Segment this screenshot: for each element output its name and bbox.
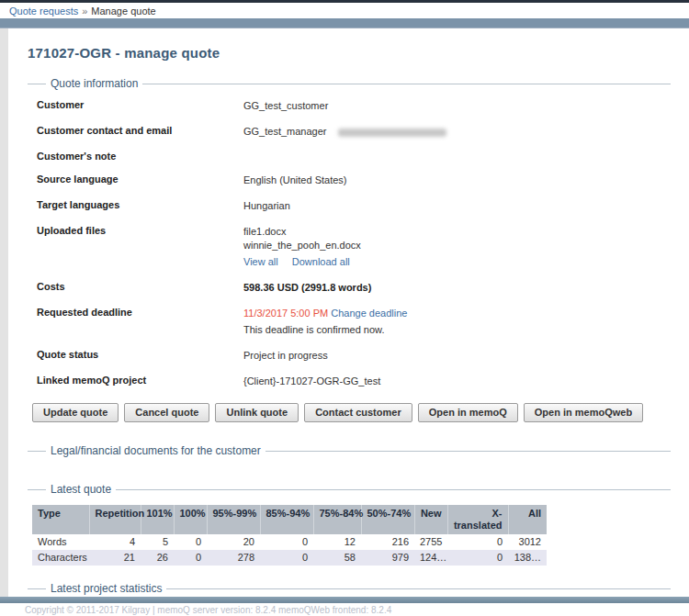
field-source-language-value: English (United States) bbox=[243, 174, 347, 187]
breadcrumb-separator: » bbox=[82, 6, 87, 17]
left-gutter bbox=[0, 28, 8, 597]
quote-actions: Update quote Cancel quote Unlink quote C… bbox=[32, 403, 671, 422]
main-area: 171027-OGR - manage quote Quote informat… bbox=[0, 28, 689, 597]
field-requested-deadline-label: Requested deadline bbox=[37, 307, 243, 337]
table-header-cell: All bbox=[508, 505, 547, 534]
breadcrumb: Quote requests » Manage quote bbox=[0, 3, 689, 18]
table-header-cell: Type bbox=[32, 505, 89, 534]
field-linked-project: Linked memoQ project {Client}-171027-OGR… bbox=[37, 375, 671, 388]
section-legal-documents: Legal/financial documents for the custom… bbox=[28, 444, 671, 457]
open-in-memoqweb-button[interactable]: Open in memoQweb bbox=[524, 403, 643, 422]
section-latest-project-statistics: Latest project statistics bbox=[28, 582, 671, 595]
header-accent-bar bbox=[0, 18, 689, 28]
field-source-language: Source language English (United States) bbox=[37, 174, 671, 187]
field-costs-value: 598.36 USD (2991.8 words) bbox=[243, 281, 371, 295]
table-header-cell: 100% bbox=[174, 505, 207, 534]
table-cell: Words bbox=[32, 534, 89, 550]
quote-info-fields: Customer GG_test_customer Customer conta… bbox=[37, 99, 671, 388]
table-cell: 58 bbox=[313, 550, 361, 566]
table-cell: 2755 bbox=[414, 534, 447, 550]
uploaded-file-2: winnie_the_pooh_en.docx bbox=[243, 239, 361, 252]
table-cell: 20 bbox=[207, 534, 260, 550]
table-cell: 979 bbox=[361, 550, 414, 566]
table-header-cell: 85%-94% bbox=[260, 505, 313, 534]
latest-quote-table: TypeRepetition101%100%95%-99%85%-94%75%-… bbox=[32, 505, 547, 566]
page-title: 171027-OGR - manage quote bbox=[28, 45, 671, 61]
field-customer: Customer GG_test_customer bbox=[37, 99, 671, 113]
contact-email-redacted bbox=[338, 129, 446, 137]
table-cell: 5 bbox=[141, 534, 174, 550]
field-target-languages-value: Hungarian bbox=[243, 199, 290, 213]
uploaded-file-1: file1.docx bbox=[243, 225, 361, 239]
view-all-link[interactable]: View all bbox=[243, 256, 278, 267]
table-row: Words45020012216275503012 bbox=[32, 534, 547, 550]
field-customer-label: Customer bbox=[37, 99, 243, 113]
content-panel: 171027-OGR - manage quote Quote informat… bbox=[8, 28, 689, 597]
field-costs: Costs 598.36 USD (2991.8 words) bbox=[37, 281, 671, 295]
table-cell: 21 bbox=[89, 550, 141, 566]
table-cell: 0 bbox=[447, 534, 508, 550]
field-customer-note: Customer's note bbox=[37, 151, 671, 162]
contact-name: GG_test_manager bbox=[243, 126, 327, 137]
table-cell: 0 bbox=[260, 550, 313, 566]
field-quote-status: Quote status Project in progress bbox=[37, 349, 671, 363]
table-header-cell: 95%-99% bbox=[207, 505, 260, 534]
table-header-cell: 50%-74% bbox=[361, 505, 414, 534]
contact-customer-button[interactable]: Contact customer bbox=[304, 403, 412, 422]
field-source-language-label: Source language bbox=[37, 174, 243, 187]
field-quote-status-label: Quote status bbox=[37, 349, 243, 363]
table-header-cell: 75%-84% bbox=[313, 505, 361, 534]
cancel-quote-button[interactable]: Cancel quote bbox=[124, 403, 209, 422]
deadline-date: 11/3/2017 5:00 PM bbox=[243, 308, 328, 319]
section-quote-information-label: Quote information bbox=[46, 77, 142, 90]
table-cell: 26 bbox=[141, 550, 174, 566]
page-footer: Copyright © 2011-2017 Kilgray | memoQ se… bbox=[0, 597, 689, 616]
table-row: Characters21260278058979124…0138… bbox=[32, 550, 547, 566]
field-requested-deadline: Requested deadline 11/3/2017 5:00 PM Cha… bbox=[37, 307, 671, 337]
section-legal-documents-label: Legal/financial documents for the custom… bbox=[46, 444, 265, 457]
section-quote-information: Quote information bbox=[28, 77, 671, 90]
field-customer-contact: Customer contact and email GG_test_manag… bbox=[37, 125, 671, 139]
table-cell: 4 bbox=[89, 534, 141, 550]
field-uploaded-files-value: file1.docx winnie_the_pooh_en.docx View … bbox=[243, 225, 361, 269]
table-cell: Characters bbox=[32, 550, 89, 566]
change-deadline-link[interactable]: Change deadline bbox=[331, 308, 407, 319]
table-cell: 0 bbox=[174, 534, 207, 550]
section-latest-project-statistics-label: Latest project statistics bbox=[46, 582, 166, 595]
field-customer-contact-label: Customer contact and email bbox=[37, 125, 243, 139]
update-quote-button[interactable]: Update quote bbox=[32, 403, 119, 422]
field-costs-label: Costs bbox=[37, 281, 243, 295]
table-header-cell: Repetition bbox=[89, 505, 141, 534]
table-cell: 0 bbox=[260, 534, 313, 550]
table-header-cell: 101% bbox=[141, 505, 174, 534]
table-cell: 0 bbox=[447, 550, 508, 566]
copyright-text: Copyright © 2011-2017 Kilgray | memoQ se… bbox=[0, 603, 689, 615]
table-cell: 278 bbox=[207, 550, 260, 566]
breadcrumb-current: Manage quote bbox=[91, 6, 155, 17]
section-latest-quote: Latest quote bbox=[28, 483, 671, 496]
download-all-link[interactable]: Download all bbox=[292, 256, 350, 267]
field-linked-project-value: {Client}-171027-OGR-GG_test bbox=[243, 375, 380, 388]
table-cell: 0 bbox=[174, 550, 207, 566]
field-target-languages-label: Target languages bbox=[37, 199, 243, 213]
field-customer-value: GG_test_customer bbox=[243, 99, 328, 113]
table-header-cell: X-translated bbox=[447, 505, 508, 534]
section-latest-quote-label: Latest quote bbox=[46, 483, 116, 496]
field-requested-deadline-value: 11/3/2017 5:00 PM Change deadline This d… bbox=[243, 307, 407, 337]
deadline-confirmation: This deadline is confirmed now. bbox=[243, 323, 407, 337]
table-cell: 216 bbox=[361, 534, 414, 550]
field-customer-contact-value: GG_test_manager bbox=[243, 125, 446, 139]
field-uploaded-files-label: Uploaded files bbox=[37, 225, 243, 269]
table-cell: 3012 bbox=[508, 534, 547, 550]
table-cell: 12 bbox=[313, 534, 361, 550]
field-target-languages: Target languages Hungarian bbox=[37, 199, 671, 213]
field-uploaded-files: Uploaded files file1.docx winnie_the_poo… bbox=[37, 225, 671, 269]
table-cell: 124… bbox=[414, 550, 447, 566]
field-linked-project-label: Linked memoQ project bbox=[37, 375, 243, 388]
footer-accent-bar bbox=[0, 597, 689, 603]
open-in-memoq-button[interactable]: Open in memoQ bbox=[418, 403, 518, 422]
table-cell: 138… bbox=[508, 550, 547, 566]
breadcrumb-link-quote-requests[interactable]: Quote requests bbox=[9, 6, 78, 17]
unlink-quote-button[interactable]: Unlink quote bbox=[215, 403, 299, 422]
field-quote-status-value: Project in progress bbox=[243, 349, 328, 363]
